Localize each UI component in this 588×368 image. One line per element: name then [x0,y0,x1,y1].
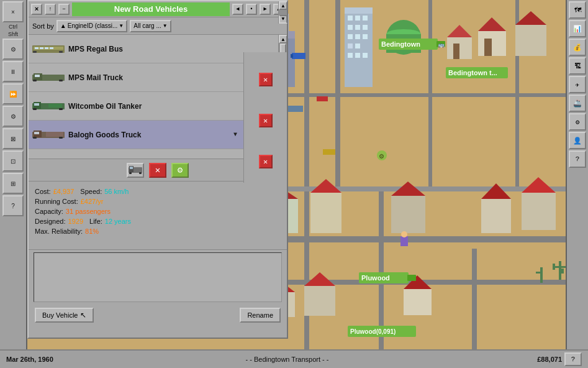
svg-rect-30 [363,53,368,58]
svg-text:⚙: ⚙ [379,153,384,160]
settings-btn[interactable]: ⚙ [2,39,24,60]
ship-btn[interactable]: 🚢 [569,94,586,112]
svg-rect-18 [355,16,360,21]
svg-rect-99 [59,80,63,81]
sort-bar: Sort by ▲ EngineID (classi... ▼ All carg… [29,17,287,35]
svg-rect-94 [50,47,53,49]
svg-rect-92 [40,47,43,49]
help-sidebar-btn[interactable]: ? [2,195,24,216]
pause-btn[interactable]: ⏸ [2,61,24,82]
title-bar: × ↑ − New Road Vehicles ◄ • ► ▲ [29,1,287,17]
svg-rect-48 [481,199,511,233]
save-btn[interactable]: ⊠ [2,128,24,149]
ctrl-scroll-down[interactable]: ▲ [279,15,287,24]
reliability-value: 81% [85,226,99,236]
svg-rect-73 [407,275,416,281]
action-bar: Buy Vehicle ↖ Rename [29,305,287,326]
right-toolbar: 🗺 📊 💰 🏗 ✈ 🚢 ⚙ 👤 ? [566,0,588,349]
svg-rect-116 [139,172,142,174]
help-rt-btn[interactable]: ? [569,150,586,168]
truck-sprite-2 [32,101,65,111]
svg-rect-17 [348,16,353,21]
svg-rect-22 [363,25,368,30]
svg-text:Bedingtown: Bedingtown [381,40,420,48]
rename-btn[interactable]: Rename [240,308,281,323]
left-sidebar: × Ctrl Shft ⚙ ⏸ ⏩ ⚙ ⊠ ⊡ ⊞ ? [0,0,27,368]
info-cost-row: Cost: £4,937 Speed: 56 km/h [35,186,281,196]
scroll-up-btn[interactable]: ▲ [279,35,287,44]
svg-rect-24 [355,34,360,39]
sort-label: Sort by [32,22,54,30]
capacity-label: Capacity: [35,206,63,216]
window-close-btn[interactable]: × [31,4,42,15]
designed-value: 1929 [68,216,83,226]
svg-rect-102 [34,103,39,106]
svg-rect-29 [355,53,360,58]
sort-field-dropdown[interactable]: ▲ EngineID (classi... ▼ [57,20,127,32]
finance-btn[interactable]: 💰 [569,39,586,56]
window-arrows-left[interactable]: ◄ [232,4,243,15]
truck-sprite-1 [32,73,65,83]
vehicle-gear-btn[interactable]: ⚙ [171,163,189,178]
info-reliability-row: Max. Reliability: 81% [35,226,281,236]
status-money: £88,071 [487,356,562,363]
svg-point-86 [401,231,407,237]
status-bar: Mar 26th, 1960 - - Bedingtown Transport … [0,349,588,368]
vehicle-right-panel: ✕ ✕ ✕ [243,52,287,183]
close-world-btn[interactable]: × [2,1,24,22]
speed-label: Speed: [80,186,102,196]
window-dot-btn[interactable]: • [246,4,257,15]
svg-rect-103 [33,108,37,110]
ctrl-scroll-up[interactable]: ▲ [279,1,287,10]
svg-rect-63 [540,267,543,283]
truck-sprite-3 [32,130,65,140]
stats-btn[interactable]: 📊 [569,20,586,37]
svg-rect-28 [348,53,353,58]
map-btn[interactable]: 🗺 [569,1,586,19]
window-pin-btn[interactable]: ↑ [45,4,56,15]
buy-vehicle-btn[interactable]: Buy Vehicle ↖ [35,308,94,323]
svg-rect-78 [317,96,328,101]
city-background: Bedingtown 🚌 Bedingtown t... Pluwood Plu… [255,0,588,368]
svg-rect-37 [478,31,506,56]
options-btn[interactable]: ⚙ [2,106,24,127]
svg-rect-56 [404,289,432,315]
vehicle-2-cross-btn[interactable]: ✕ [259,155,273,168]
svg-rect-91 [35,47,38,49]
vehicle-name-3: Balogh Goods Truck [68,131,141,139]
svg-rect-26 [348,44,353,48]
info-designed-row: Designed: 1929 Life: 12 years [35,216,281,226]
load-btn[interactable]: ⊡ [2,150,24,172]
cost-label: Cost: [35,186,51,196]
vehicle-0-cross-btn[interactable]: ✕ [259,73,273,86]
svg-rect-58 [559,261,561,280]
new-btn[interactable]: ⊞ [2,173,24,194]
help-status-btn[interactable]: ? [564,352,582,366]
sort-arrow: ▲ [60,22,66,29]
svg-rect-16 [345,7,373,14]
svg-rect-20 [348,25,353,30]
vehicle-cross-btn[interactable]: ✕ [149,163,166,178]
fast-forward-btn[interactable]: ⏩ [2,83,24,104]
svg-rect-10 [255,93,588,97]
plane-btn[interactable]: ✈ [569,76,586,93]
window-min-btn[interactable]: − [58,4,70,15]
svg-rect-44 [310,193,341,233]
window-arrows-right[interactable]: ► [260,4,271,15]
cargo-filter-label: All carg ... [133,22,161,29]
vehicle-info: Cost: £4,937 Speed: 56 km/h Running Cost… [29,182,287,250]
buy-vehicle-label: Buy Vehicle [42,311,78,319]
ctrl-scroll-track [279,10,287,15]
vehicle-1-cross-btn[interactable]: ✕ [259,114,273,127]
svg-rect-111 [46,132,63,137]
vehicle-preview-btn[interactable] [127,163,144,178]
player-btn[interactable]: 👤 [569,132,586,149]
life-value: 12 years [105,216,131,226]
cargo-filter-dropdown[interactable]: All carg ... ▼ [130,20,171,32]
settings-rt-btn[interactable]: ⚙ [569,113,586,131]
build-btn[interactable]: 🏗 [569,57,586,75]
vehicle-name-0: MPS Regal Bus [68,45,123,53]
sort-field-label: EngineID (classi... [68,22,118,29]
svg-rect-46 [391,196,425,233]
svg-rect-115 [129,172,132,174]
